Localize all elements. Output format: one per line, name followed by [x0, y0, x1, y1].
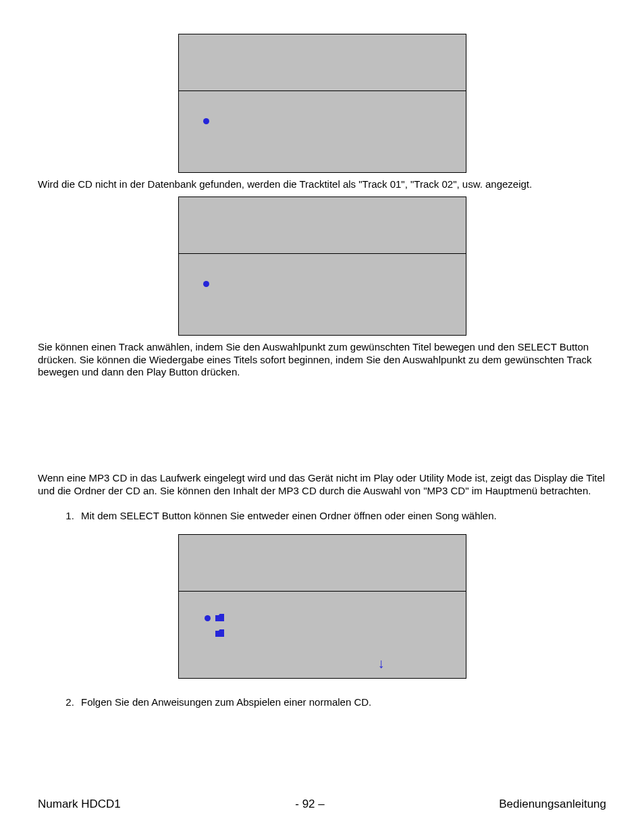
display-bottom	[179, 254, 466, 335]
display-top	[179, 34, 466, 91]
page: Wird die CD nicht in der Datenbank gefun…	[0, 0, 644, 834]
display-bottom: ↓	[179, 592, 466, 678]
selection-dot-icon	[205, 615, 211, 621]
list-item: Mit dem SELECT Button können Sie entwede…	[77, 510, 606, 523]
ordered-list: Mit dem SELECT Button können Sie entwede…	[38, 510, 606, 523]
paragraph: Wird die CD nicht in der Datenbank gefun…	[38, 178, 606, 191]
list-item-text: Mit dem SELECT Button können Sie entwede…	[81, 510, 497, 521]
paragraph: Sie können einen Track anwählen, indem S…	[38, 341, 606, 379]
footer-right: Bedienungsanleitung	[499, 798, 606, 811]
display-screen-1	[178, 34, 466, 173]
selection-dot-icon	[203, 118, 209, 124]
footer-left: Numark HDCD1	[38, 798, 121, 811]
folder-icon	[215, 614, 224, 621]
selection-dot-icon	[203, 281, 209, 287]
ordered-list: Folgen Sie den Anweisungen zum Abspielen…	[38, 696, 606, 709]
list-item: Folgen Sie den Anweisungen zum Abspielen…	[77, 696, 606, 709]
down-arrow-icon: ↓	[378, 656, 385, 671]
spacer	[38, 384, 606, 472]
display-top	[179, 197, 466, 254]
display-bottom	[179, 91, 466, 172]
display-screen-2	[178, 197, 466, 336]
display-screen-3: ↓	[178, 534, 466, 679]
spacer	[38, 503, 606, 510]
footer-page-number: - 92 –	[295, 798, 324, 811]
display-top	[179, 535, 466, 592]
folder-icon	[215, 629, 224, 636]
paragraph: Wenn eine MP3 CD in das Laufwerk eingele…	[38, 472, 606, 498]
page-footer: Numark HDCD1 - 92 – Bedienungsanleitung	[38, 798, 606, 811]
spacer	[38, 684, 606, 696]
list-item-text: Folgen Sie den Anweisungen zum Abspielen…	[81, 696, 371, 708]
